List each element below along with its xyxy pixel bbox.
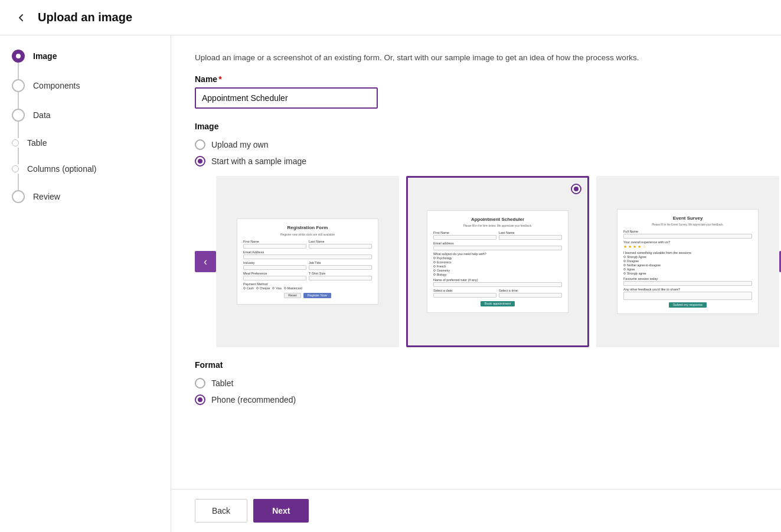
carousel-prev-button[interactable]: ‹ <box>195 251 216 272</box>
sidebar-label-image: Image <box>33 51 57 61</box>
sidebar-label-review: Review <box>33 192 60 201</box>
sidebar-item-columns[interactable]: Columns (optional) <box>12 164 159 174</box>
main-layout: Image Components Data Table Columns (opt… <box>0 35 781 532</box>
radio-phone[interactable]: Phone (recommended) <box>195 394 757 405</box>
card-radio-appointment <box>571 184 581 194</box>
image-card-appointment[interactable]: Appointment Scheduler Please fill in the… <box>406 176 589 347</box>
image-card-registration[interactable]: Registration Form Register now while slo… <box>216 176 399 347</box>
radio-sample-image[interactable]: Start with a sample image <box>195 156 757 167</box>
back-button[interactable]: Back <box>195 499 247 523</box>
step-circle-review <box>12 190 25 203</box>
sidebar-item-review[interactable]: Review <box>12 190 159 203</box>
sidebar-label-data: Data <box>33 110 51 120</box>
description-text: Upload an image or a screenshot of an ex… <box>195 52 757 64</box>
sidebar: Image Components Data Table Columns (opt… <box>0 35 171 532</box>
step-connector-3 <box>18 122 19 138</box>
sidebar-item-table[interactable]: Table <box>12 138 159 148</box>
radio-upload-own-label: Upload my own <box>211 140 269 149</box>
name-input[interactable] <box>195 87 378 109</box>
step-circle-table <box>12 139 19 146</box>
main-content: Upload an image or a screenshot of an ex… <box>171 35 781 489</box>
step-circle-data <box>12 109 25 122</box>
step-circle-image <box>12 50 25 63</box>
form-preview-appointment: Appointment Scheduler Please fill in the… <box>427 210 568 313</box>
radio-tablet-btn[interactable] <box>195 378 205 389</box>
step-connector-1 <box>18 63 19 79</box>
sidebar-label-components: Components <box>33 81 80 90</box>
image-section-title: Image <box>195 122 757 131</box>
sidebar-label-columns: Columns (optional) <box>27 164 97 174</box>
radio-sample-image-label: Start with a sample image <box>211 156 306 166</box>
form-preview-survey: Event Survey Please fill in the Event Su… <box>617 209 759 314</box>
image-carousel: ‹ Registration Form Register now while s… <box>195 176 757 347</box>
radio-upload-own[interactable]: Upload my own <box>195 139 757 150</box>
radio-tablet-label: Tablet <box>211 378 233 388</box>
step-connector-2 <box>18 92 19 109</box>
sidebar-item-image[interactable]: Image <box>12 50 159 63</box>
radio-phone-label: Phone (recommended) <box>211 395 296 404</box>
radio-upload-own-btn[interactable] <box>195 139 205 150</box>
next-button[interactable]: Next <box>253 499 309 523</box>
main-panel: Upload an image or a screenshot of an ex… <box>171 35 781 532</box>
image-card-survey[interactable]: Event Survey Please fill in the Event Su… <box>596 176 779 347</box>
sidebar-label-table: Table <box>27 138 47 148</box>
step-circle-components <box>12 79 25 92</box>
radio-tablet[interactable]: Tablet <box>195 378 757 389</box>
name-label: Name* <box>195 74 757 84</box>
format-section-title: Format <box>195 360 757 370</box>
required-star: * <box>218 74 221 84</box>
footer: Back Next <box>171 489 781 532</box>
carousel-images: Registration Form Register now while slo… <box>216 176 779 347</box>
step-circle-columns <box>12 165 19 172</box>
radio-phone-btn[interactable] <box>195 394 205 405</box>
back-button[interactable] <box>12 8 31 27</box>
page-title: Upload an image <box>38 11 132 24</box>
form-preview-registration: Registration Form Register now while slo… <box>237 218 378 305</box>
header: Upload an image <box>0 0 781 35</box>
step-connector-5 <box>18 174 19 190</box>
radio-sample-image-btn[interactable] <box>195 156 205 167</box>
step-connector-4 <box>18 148 19 164</box>
sidebar-item-components[interactable]: Components <box>12 79 159 92</box>
sidebar-item-data[interactable]: Data <box>12 109 159 122</box>
